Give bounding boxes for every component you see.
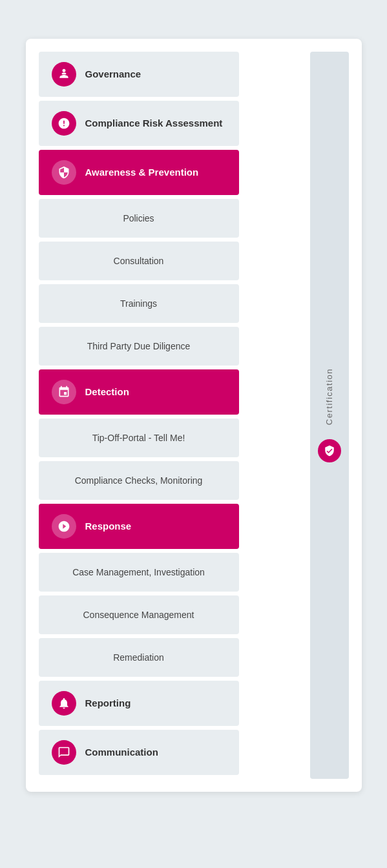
menu-item-communication[interactable]: Communication: [39, 730, 239, 775]
policies-label: Policies: [123, 212, 154, 224]
reporting-label: Reporting: [85, 697, 131, 710]
certification-label: Certification: [324, 368, 334, 425]
menu-item-awareness[interactable]: Awareness & Prevention: [39, 150, 239, 195]
detection-icon: [58, 386, 70, 398]
sub-item-compliance-checks[interactable]: Compliance Checks, Monitoring: [39, 461, 239, 500]
menu-item-reporting[interactable]: Reporting: [39, 681, 239, 726]
right-panel: Certification: [310, 52, 349, 779]
main-card: Governance Compliance Risk Assessment: [26, 39, 362, 792]
tip-off-label: Tip-Off-Portal - Tell Me!: [92, 432, 185, 444]
response-icon-bg: [52, 514, 76, 539]
sub-item-consequence-management[interactable]: Consequence Management: [39, 595, 239, 634]
compliance-icon-bg: [52, 111, 76, 136]
reporting-icon-bg: [52, 691, 76, 716]
shield-icon: [58, 166, 70, 179]
trainings-label: Trainings: [120, 298, 157, 309]
menu-item-response[interactable]: Response: [39, 504, 239, 549]
detection-icon-bg: [52, 380, 76, 404]
case-management-label: Case Management, Investigation: [72, 566, 205, 578]
awareness-label: Awareness & Prevention: [85, 166, 199, 179]
consultation-label: Consultation: [114, 255, 164, 267]
governance-label: Governance: [85, 68, 141, 81]
sub-item-third-party[interactable]: Third Party Due Diligence: [39, 327, 239, 366]
response-icon: [58, 520, 70, 533]
communication-label: Communication: [85, 746, 158, 759]
menu-item-detection[interactable]: Detection: [39, 369, 239, 415]
remediation-label: Remediation: [113, 652, 164, 663]
certification-button[interactable]: [318, 439, 341, 462]
bell-icon: [58, 697, 70, 710]
governance-icon-bg: [52, 62, 76, 87]
sub-item-trainings[interactable]: Trainings: [39, 284, 239, 323]
response-label: Response: [85, 520, 132, 533]
compliance-risk-label: Compliance Risk Assessment: [85, 117, 223, 130]
sub-item-policies[interactable]: Policies: [39, 199, 239, 238]
sub-item-case-management[interactable]: Case Management, Investigation: [39, 553, 239, 592]
compliance-icon: [58, 117, 70, 130]
communication-icon-bg: [52, 740, 76, 765]
third-party-label: Third Party Due Diligence: [87, 340, 191, 352]
chat-icon: [58, 746, 70, 759]
governance-icon: [58, 68, 70, 81]
sub-item-tip-off[interactable]: Tip-Off-Portal - Tell Me!: [39, 418, 239, 457]
consequence-management-label: Consequence Management: [83, 609, 194, 621]
certification-icon: [324, 445, 335, 457]
detection-label: Detection: [85, 386, 129, 398]
awareness-icon-bg: [52, 160, 76, 185]
sub-item-remediation[interactable]: Remediation: [39, 638, 239, 677]
menu-container: Governance Compliance Risk Assessment: [39, 52, 239, 779]
sub-item-consultation[interactable]: Consultation: [39, 242, 239, 280]
certification-area: Certification: [318, 368, 341, 462]
menu-item-compliance-risk[interactable]: Compliance Risk Assessment: [39, 101, 239, 146]
menu-item-governance[interactable]: Governance: [39, 52, 239, 97]
compliance-checks-label: Compliance Checks, Monitoring: [75, 475, 203, 486]
